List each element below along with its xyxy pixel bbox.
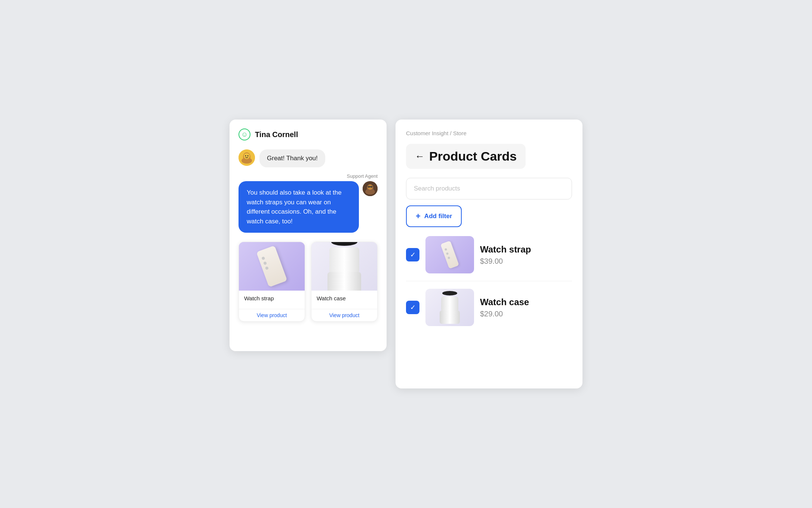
smiley-icon: ☺: [239, 128, 250, 140]
panel-title: Product Cards: [429, 149, 517, 164]
breadcrumb: Customer Insight / Store: [406, 130, 572, 136]
add-filter-label: Add filter: [424, 213, 452, 220]
agent-label: Support Agent: [347, 173, 378, 179]
list-item: ✓ Watch strap $39.00: [406, 236, 572, 273]
case-card-image: [311, 242, 377, 291]
agent-message-row: Support Agent You should also take a loo…: [239, 173, 378, 233]
list-item: ✓ Watch case $29.00: [406, 289, 572, 326]
plus-icon: +: [416, 211, 421, 221]
case-card-info: Watch case: [311, 291, 377, 309]
chat-product-card-strap: Watch strap View product: [239, 242, 305, 322]
svg-point-4: [245, 155, 246, 157]
chat-header-name: Tina Cornell: [255, 130, 298, 139]
strap-card-name: Watch strap: [244, 295, 299, 301]
product-list: ✓ Watch strap $39.00: [406, 236, 572, 326]
product-price-case: $29.00: [480, 310, 572, 318]
product-info-case: Watch case $29.00: [480, 297, 572, 318]
cylinder-top: [331, 242, 357, 246]
chat-panel: ☺ Tina Cornell: [230, 120, 387, 351]
product-thumbnail-case: [425, 289, 474, 326]
mini-case-wrap: [440, 291, 460, 324]
chat-header: ☺ Tina Cornell: [239, 128, 378, 140]
back-button[interactable]: ← Product Cards: [406, 144, 526, 169]
case-visual: [311, 242, 377, 291]
product-name-case: Watch case: [480, 297, 572, 307]
chat-product-cards: Watch strap View product: [239, 242, 378, 322]
mini-cylinder-body: [441, 297, 458, 312]
back-arrow-icon: ←: [415, 151, 425, 162]
case-thumbnail-visual: [425, 289, 474, 326]
strap-visual: [239, 242, 305, 291]
strap-card-info: Watch strap: [239, 291, 305, 309]
agent-message-wrap: You should also take a look at the watch…: [239, 181, 378, 233]
agent-message-bubble: You should also take a look at the watch…: [239, 181, 359, 233]
svg-point-9: [367, 185, 373, 190]
mini-cylinder-body2: [440, 310, 460, 324]
product-info-strap: Watch strap $39.00: [480, 244, 572, 266]
chat-product-card-case: Watch case View product: [311, 242, 378, 322]
chat-messages: Great! Thank you! Support Agent You shou…: [239, 149, 378, 322]
scene: ☺ Tina Cornell: [230, 120, 582, 388]
product-name-strap: Watch strap: [480, 244, 572, 255]
avatar-image: [239, 149, 255, 166]
strap-card-image: [239, 242, 305, 291]
strap-view-product-link[interactable]: View product: [239, 309, 305, 321]
user-avatar: [239, 149, 255, 166]
agent-avatar: [363, 181, 378, 196]
user-message-row: Great! Thank you!: [239, 149, 378, 167]
panel-title-row: ← Product Cards: [406, 144, 572, 169]
case-view-product-link[interactable]: View product: [311, 309, 377, 321]
product-panel: Customer Insight / Store ← Product Cards…: [396, 120, 582, 388]
user-message-bubble: Great! Thank you!: [259, 149, 325, 167]
add-filter-button[interactable]: + Add filter: [406, 205, 462, 227]
product-checkbox-case[interactable]: ✓: [406, 301, 419, 314]
cylinder-body: [329, 247, 359, 273]
cylinder-body2: [327, 272, 361, 291]
case-cylinder: [327, 242, 361, 291]
product-price-strap: $39.00: [480, 257, 572, 266]
svg-point-3: [244, 153, 250, 159]
mini-cylinder-top: [442, 291, 457, 295]
product-thumbnail-strap: [425, 236, 474, 273]
strap-thumbnail-visual: [425, 236, 474, 273]
product-checkbox-strap[interactable]: ✓: [406, 248, 419, 261]
case-card-name: Watch case: [317, 295, 372, 301]
search-input[interactable]: [406, 178, 572, 199]
list-divider: [406, 281, 572, 281]
svg-point-5: [247, 155, 249, 157]
